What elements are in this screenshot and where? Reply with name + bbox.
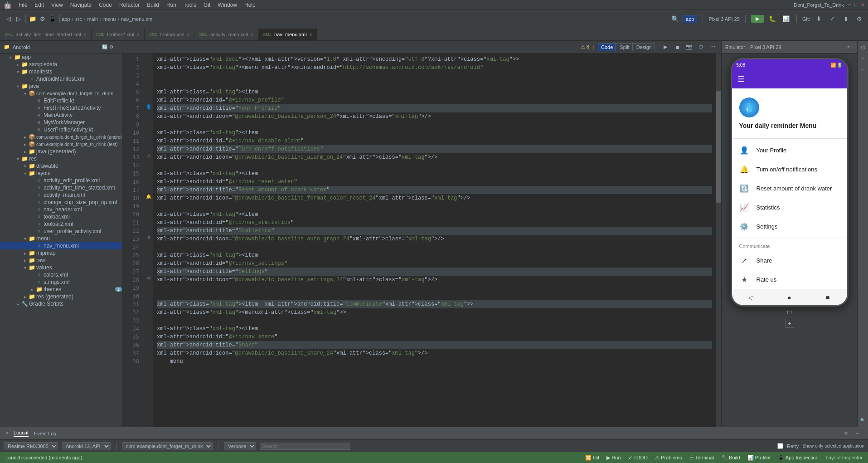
sidebar-item-gradle[interactable]: ▸ 🔧 Gradle Scripts [0, 300, 122, 307]
sidebar-item-themes[interactable]: ▸ 📁 themes 2 [0, 286, 122, 293]
phone-back-btn[interactable]: ◁ [746, 292, 756, 303]
editor-ctrl-btn5[interactable]: ⋯ [708, 42, 718, 52]
sidebar-item-colors[interactable]: X colors.xml [0, 271, 122, 278]
sidebar-item-user-profile-xml[interactable]: X user_profile_activity.xml [0, 228, 122, 235]
code-line-14[interactable] [157, 161, 712, 170]
layout-inspector-link[interactable]: Layout Inspector [826, 455, 863, 460]
phone-hamburger-icon[interactable]: ☰ [737, 74, 745, 84]
sidebar-item-mipmap[interactable]: ▸ 📁 mipmap [0, 249, 122, 257]
tab-close[interactable]: × [310, 32, 312, 37]
device-controls-volume-down[interactable]: - [858, 64, 868, 73]
code-line-37[interactable]: xml-attr">android:icon="@drawable/ic_bas… [157, 349, 712, 357]
code-line-28[interactable]: xml-attr">android:icon="@drawable/ic_bas… [157, 276, 712, 284]
sidebar-item-java[interactable]: ▾ 📁 java [0, 83, 122, 90]
sidebar-sync-icon[interactable]: 🔄 [102, 44, 107, 49]
tab-logcat[interactable]: Logcat [14, 430, 29, 437]
nav-item-profile[interactable]: 👤 Your Profile [732, 141, 847, 160]
code-line-31[interactable]: xml-attr">class="xml-tag"><item xml-attr… [157, 300, 712, 308]
sidebar-item-test[interactable]: ▸ 📦 com.example.dont_forget_to_drink (te… [0, 141, 122, 148]
scrollbar-thumb[interactable] [716, 91, 721, 203]
menu-build[interactable]: Build [147, 2, 159, 8]
window-minimize[interactable]: ─ [848, 2, 851, 7]
run-config-select[interactable]: app [683, 15, 697, 23]
editor-ctrl-btn4[interactable]: ⏱ [696, 42, 706, 52]
build-btn[interactable]: 🔨 Build [721, 455, 740, 461]
menu-edit[interactable]: Edit [34, 2, 44, 8]
git-commit-btn[interactable]: ✓ [827, 14, 837, 24]
sidebar-item-toolbar2-xml[interactable]: X toolbar2.xml [0, 220, 122, 228]
sidebar-item-strings[interactable]: X strings.xml [0, 278, 122, 286]
code-line-24[interactable] [157, 243, 712, 251]
code-line-7[interactable]: xml-attr">android:title="Your Profile" [157, 104, 712, 112]
code-line-1[interactable]: xml-attr">class="xml-decl"><?xml xml-att… [157, 55, 712, 63]
editor-content[interactable]: 1234567891011121314151617181920212223242… [122, 54, 721, 427]
editor-ctrl-btn2[interactable]: ⏹ [672, 42, 682, 52]
editor-ctrl-btn1[interactable]: ▶ [660, 42, 670, 52]
nav-item-share[interactable]: ↗ Share [732, 251, 847, 270]
device-select[interactable]: Pixel 3 API 29 [708, 16, 740, 22]
code-line-22[interactable]: xml-attr">android:title="Statistics" [157, 227, 712, 235]
breadcrumb-app[interactable]: app [62, 16, 70, 22]
code-line-38[interactable]: menu [157, 357, 712, 366]
package-select[interactable]: com.example.dont_forget_to_drink [122, 442, 213, 450]
emulator-add-btn[interactable]: + [785, 319, 794, 328]
sidebar-item-userprofile[interactable]: K UserProfileActivity.kt [0, 126, 122, 133]
sidebar-item-java-generated[interactable]: ▸ 📁 java (generated) [0, 148, 122, 155]
editor-scrollbar[interactable] [716, 54, 721, 427]
code-line-35[interactable]: xml-attr">android:id="@+id/nav_share" [157, 333, 712, 341]
sidebar-item-toolbar-xml[interactable]: X toolbar.xml [0, 213, 122, 220]
design-view-btn[interactable]: Design [634, 44, 655, 51]
profile-btn[interactable]: 📊 [781, 14, 791, 24]
code-line-32[interactable]: xml-attr">class="xml-tag"><menuxml-attr"… [157, 308, 712, 317]
phone-recents-btn[interactable]: ■ [822, 292, 833, 303]
phone-home-btn[interactable]: ● [784, 292, 795, 303]
menu-tools[interactable]: Tools [184, 2, 196, 8]
window-maximize[interactable]: □ [854, 2, 857, 7]
sidebar-item-editprofile[interactable]: K EditProfile.kt [0, 97, 122, 104]
code-line-13[interactable]: xml-attr">android:icon="@drawable/ic_bas… [157, 153, 712, 161]
debug-btn[interactable]: 🐛 [767, 14, 777, 24]
sidebar-item-androidtest[interactable]: ▸ 📦 com.example.dont_forget_to_drink (an… [0, 133, 122, 141]
level-select[interactable]: Verbose [224, 442, 256, 450]
code-line-25[interactable]: xml-attr">class="xml-tag"><item [157, 251, 712, 259]
retry-checkbox[interactable] [777, 443, 783, 449]
device-controls-volume-up[interactable]: + [858, 54, 868, 63]
back-btn[interactable]: ◁ [4, 14, 14, 24]
code-line-34[interactable]: xml-attr">class="xml-tag"><item [157, 325, 712, 333]
sidebar-item-android-manifest[interactable]: X AndroidManifest.xml [0, 75, 122, 83]
code-line-23[interactable]: xml-attr">android:icon="@drawable/ic_bas… [157, 235, 712, 243]
menu-navigate[interactable]: Navigate [70, 2, 92, 8]
app-inspection-btn[interactable]: 📱 App Inspection [778, 455, 818, 461]
git-push-btn[interactable]: ⬆ [841, 14, 851, 24]
tab-close[interactable]: × [137, 32, 140, 37]
tab-toolbar[interactable]: XML toolbar.xml × [145, 29, 195, 40]
menu-run[interactable]: Run [166, 2, 176, 8]
sidebar-item-workmanager[interactable]: K MyWorkManager [0, 119, 122, 126]
search-everywhere-icon[interactable]: 🔍 [671, 15, 679, 23]
sidebar-item-cup-size-xml[interactable]: X change_cup_size_pop_up.xml [0, 199, 122, 206]
run-button[interactable]: ▶ [751, 15, 764, 23]
breadcrumb-src[interactable]: src [75, 16, 82, 22]
sdk-manager-btn[interactable]: ⚙ [38, 14, 48, 24]
breadcrumb-menu[interactable]: menu [103, 16, 116, 22]
nav-item-settings[interactable]: ⚙️ Settings [732, 217, 847, 236]
menu-refactor[interactable]: Refactor [119, 2, 140, 8]
forward-btn[interactable]: ▷ [14, 14, 24, 24]
sidebar-item-sampledata[interactable]: ▸ 📁 sampledata [0, 61, 122, 68]
code-line-33[interactable] [157, 317, 712, 325]
api-select[interactable]: Android 12, API [62, 442, 111, 450]
device-controls-power[interactable]: ⏻ [858, 43, 868, 52]
device-controls-inspector[interactable]: 🔍 [858, 416, 868, 425]
sidebar-item-app[interactable]: ▾ 📁 app [0, 54, 122, 61]
code-line-5[interactable]: xml-attr">class="xml-tag"><item [157, 88, 712, 96]
sidebar-item-raw[interactable]: ▸ 📁 raw [0, 257, 122, 264]
nav-item-notifications[interactable]: 🔔 Turn on/off notifications [732, 160, 847, 179]
window-close[interactable]: ✕ [861, 2, 864, 7]
tab-event-log[interactable]: Event Log [34, 431, 57, 436]
menu-view[interactable]: View [51, 2, 63, 8]
sidebar-item-firsttime[interactable]: K FirstTimeStartedActivity [0, 104, 122, 112]
code-line-8[interactable]: xml-attr">android:icon="@drawable/ic_bas… [157, 112, 712, 121]
editor-ctrl-btn3[interactable]: 📷 [684, 42, 694, 52]
menu-git[interactable]: Git [204, 2, 210, 8]
sidebar-collapse-icon[interactable]: ─ [115, 44, 118, 49]
